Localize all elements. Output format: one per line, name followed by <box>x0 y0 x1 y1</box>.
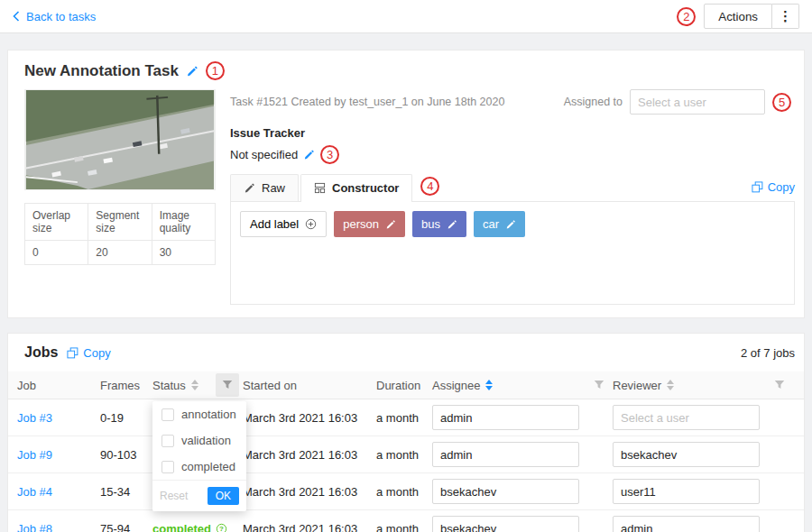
checkbox-completed[interactable] <box>161 461 174 473</box>
checkbox-annotation[interactable] <box>161 408 174 421</box>
actions-button[interactable]: Actions <box>704 4 772 29</box>
assignee-input[interactable] <box>432 442 579 467</box>
chevron-left-icon <box>13 11 20 22</box>
reviewer-input[interactable] <box>613 405 760 430</box>
jobs-card: Jobs Copy 2 of 7 jobs Job Frames Status <box>7 333 805 532</box>
reviewer-input[interactable] <box>613 442 760 467</box>
edit-issue-tracker-icon[interactable] <box>303 149 315 161</box>
started-cell: March 3rd 2021 16:03 <box>243 485 376 499</box>
duration-cell: a month <box>376 522 432 532</box>
assignee-input[interactable] <box>432 516 579 532</box>
actions-button-group: Actions ⋮ <box>704 4 799 29</box>
reviewer-input[interactable] <box>613 516 760 532</box>
task-assignee-input[interactable] <box>630 89 765 115</box>
status-completed-label: completed <box>152 522 211 532</box>
back-to-tasks-link[interactable]: Back to tasks <box>13 10 96 23</box>
job-link[interactable]: Job #9 <box>17 448 52 462</box>
add-label-button[interactable]: Add label <box>240 211 327 237</box>
assignee-filter-icon[interactable] <box>587 373 611 397</box>
filter-option-completed[interactable]: completed <box>152 454 246 480</box>
jobs-count: 2 of 7 jobs <box>741 346 795 360</box>
tab-raw-label: Raw <box>262 181 285 195</box>
copy-icon <box>67 347 78 359</box>
frames-cell: 0-19 <box>100 411 152 425</box>
copy-jobs-label: Copy <box>83 346 110 360</box>
assignee-input[interactable] <box>432 479 579 504</box>
label-chip-person[interactable]: person <box>334 211 405 237</box>
job-link[interactable]: Job #8 <box>17 522 52 532</box>
column-header-frames: Frames <box>100 379 152 392</box>
tab-raw[interactable]: Raw <box>230 174 299 201</box>
status-header-label: Status <box>152 379 186 392</box>
tab-constructor[interactable]: Constructor <box>300 174 412 201</box>
copy-jobs-link[interactable]: Copy <box>67 346 110 360</box>
plus-circle-icon <box>305 218 317 230</box>
status-filter-icon[interactable] <box>216 373 239 397</box>
jobs-table-header: Job Frames Status annotation <box>8 371 804 399</box>
issue-tracker-value: Not specified <box>230 148 298 161</box>
filter-option-annotation-label: annotation <box>181 408 236 421</box>
table-row: Job #8 75-94 completed ? March 3rd 2021 … <box>8 510 804 532</box>
column-header-reviewer[interactable]: Reviewer <box>613 379 768 392</box>
label-chip-bus-name: bus <box>421 217 440 231</box>
edit-label-icon[interactable] <box>447 219 457 230</box>
sort-carets-icon[interactable] <box>667 380 674 390</box>
jobs-title: Jobs <box>24 344 58 361</box>
copy-labels-link[interactable]: Copy <box>752 180 795 201</box>
annotation-circle-4: 4 <box>420 177 439 196</box>
annotation-circle-2: 2 <box>677 7 696 26</box>
svg-text:?: ? <box>219 525 224 532</box>
pencil-icon <box>244 182 255 194</box>
job-link[interactable]: Job #4 <box>17 485 52 499</box>
duration-cell: a month <box>376 448 432 462</box>
frames-cell: 15-34 <box>100 485 152 499</box>
tab-constructor-label: Constructor <box>332 181 399 195</box>
question-circle-icon[interactable]: ? <box>216 523 227 532</box>
edit-label-icon[interactable] <box>385 219 396 230</box>
vertical-ellipsis-icon: ⋮ <box>779 8 792 24</box>
more-options-button[interactable]: ⋮ <box>772 4 799 29</box>
started-cell: March 3rd 2021 16:03 <box>243 522 376 532</box>
reviewer-filter-icon[interactable] <box>768 373 791 397</box>
label-chip-car[interactable]: car <box>474 211 525 237</box>
back-to-tasks-label: Back to tasks <box>26 10 96 23</box>
label-chip-bus[interactable]: bus <box>412 211 466 237</box>
sort-carets-icon[interactable] <box>191 380 198 390</box>
filter-reset-button[interactable]: Reset <box>160 490 188 502</box>
task-parameters-table: Overlap size Segment size Image quality … <box>24 203 216 265</box>
add-label-text: Add label <box>250 217 299 231</box>
job-link[interactable]: Job #3 <box>17 411 52 425</box>
param-value-segment: 20 <box>88 241 152 265</box>
column-header-assignee[interactable]: Assignee <box>432 379 587 392</box>
column-header-job: Job <box>17 379 100 392</box>
label-chip-person-name: person <box>343 217 379 231</box>
edit-title-icon[interactable] <box>186 65 198 78</box>
status-filter-dropdown: annotation validation completed Reset OK <box>152 401 246 511</box>
filter-option-annotation[interactable]: annotation <box>152 401 246 427</box>
param-value-quality: 30 <box>152 241 215 265</box>
table-row: Job #3 0-19 March 3rd 2021 16:03 a month <box>8 399 804 436</box>
filter-option-validation[interactable]: validation <box>152 427 246 454</box>
table-row: Job #4 15-34 March 3rd 2021 16:03 a mont… <box>8 473 804 510</box>
checkbox-validation[interactable] <box>161 435 174 447</box>
label-chip-car-name: car <box>483 217 499 231</box>
column-header-duration: Duration <box>376 379 432 392</box>
task-details-card: New Annotation Task 1 <box>7 50 805 318</box>
annotation-circle-1: 1 <box>206 61 225 80</box>
filter-option-completed-label: completed <box>181 460 235 473</box>
column-header-started: Started on <box>243 379 376 392</box>
column-header-status[interactable]: Status <box>152 379 216 392</box>
task-preview-image <box>24 89 216 190</box>
filter-ok-button[interactable]: OK <box>208 487 239 505</box>
annotation-circle-3: 3 <box>320 145 339 164</box>
param-header-segment: Segment size <box>88 204 152 241</box>
copy-label: Copy <box>768 180 795 194</box>
table-row: Job #9 90-103 March 3rd 2021 16:03 a mon… <box>8 436 804 473</box>
assignee-input[interactable] <box>432 405 579 430</box>
assignee-header-label: Assignee <box>432 379 480 392</box>
sort-carets-active-icon[interactable] <box>485 380 493 390</box>
edit-label-icon[interactable] <box>505 219 516 230</box>
task-title: New Annotation Task <box>24 62 179 80</box>
assigned-to-label: Assigned to <box>564 96 623 108</box>
reviewer-input[interactable] <box>613 479 760 504</box>
